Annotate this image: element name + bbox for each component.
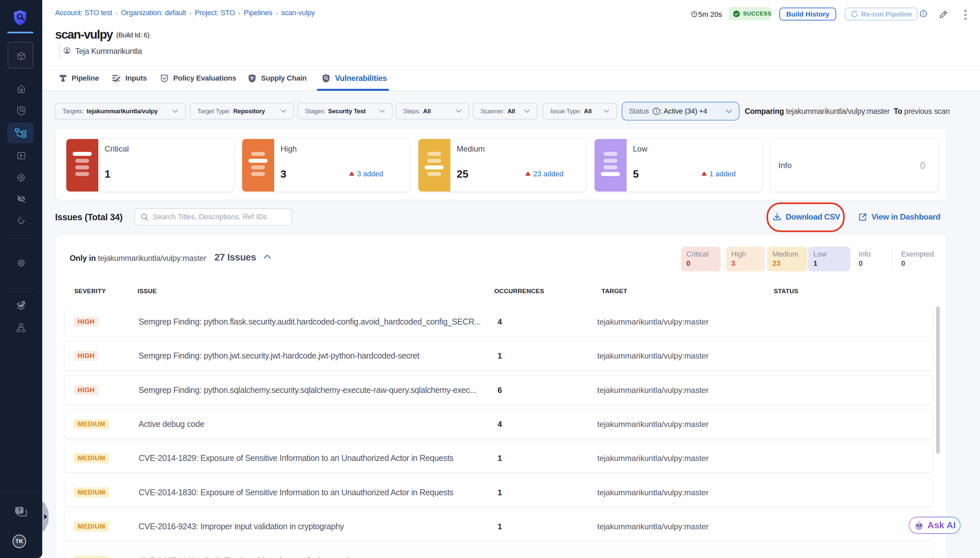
- svg-text:?: ?: [18, 507, 21, 514]
